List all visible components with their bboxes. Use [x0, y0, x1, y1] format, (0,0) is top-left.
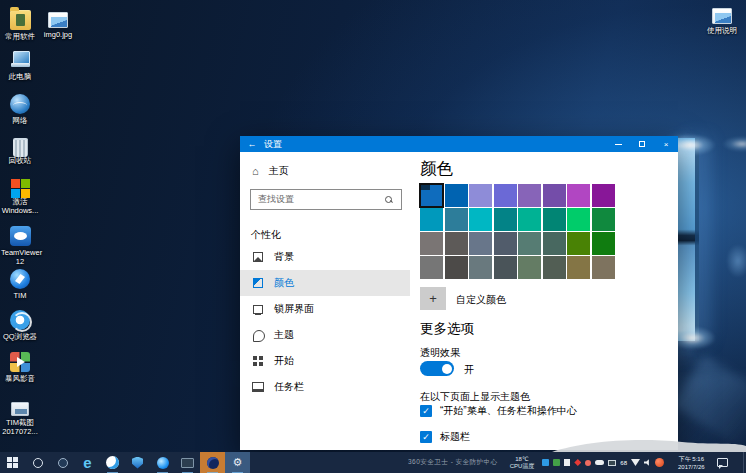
checkbox-icon: ✓ [420, 431, 432, 443]
desktop-icon-recycle-bin[interactable]: 回收站 [1, 138, 39, 166]
color-swatch[interactable] [592, 256, 615, 279]
tray-dot-icon[interactable] [585, 460, 591, 466]
color-swatch[interactable] [420, 232, 443, 255]
color-swatch[interactable] [543, 208, 566, 231]
desktop-icon-baofeng-player[interactable]: 暴风影音 [1, 352, 39, 384]
color-swatch[interactable] [469, 256, 492, 279]
color-swatch[interactable] [592, 208, 615, 231]
checkbox-titlebar[interactable]: ✓ 标题栏 [420, 430, 470, 444]
taskbar-clock[interactable]: 下午 5:162017/7/26 [678, 455, 705, 471]
tray-icons: 68 [542, 458, 664, 467]
color-swatch[interactable] [567, 256, 590, 279]
desktop-icon-activate-windows[interactable]: 激活 Windows... [1, 179, 39, 215]
custom-color-button[interactable]: + [420, 287, 446, 310]
tray-red-icon[interactable] [655, 458, 664, 467]
desktop-icon-label: TIM截图 2017072... [1, 419, 39, 436]
qq-browser-icon [10, 310, 30, 330]
color-swatch[interactable] [592, 184, 615, 207]
color-swatch[interactable] [567, 208, 590, 231]
color-swatch[interactable] [445, 256, 468, 279]
color-swatch[interactable] [494, 232, 517, 255]
desktop-icon-network[interactable]: 网络 [1, 94, 39, 126]
tray-sqg-icon[interactable] [553, 459, 560, 466]
sidebar-item-start[interactable]: 开始 [240, 348, 410, 374]
desktop-icon-manual[interactable]: 使用说明 [700, 6, 744, 36]
color-swatch[interactable] [567, 232, 590, 255]
color-swatch[interactable] [469, 184, 492, 207]
color-swatch[interactable] [420, 256, 443, 279]
color-swatch[interactable] [543, 232, 566, 255]
wallpaper-window-pane [676, 138, 699, 341]
color-swatch[interactable] [469, 232, 492, 255]
taskbar-app-text: 360安全卫士 - 安全防护中心 [408, 458, 498, 467]
desktop-icon-software-folder[interactable]: 常用软件 [1, 10, 39, 42]
color-swatch[interactable] [518, 208, 541, 231]
desktop-icon-teamviewer[interactable]: TeamViewer 12 [1, 226, 39, 266]
desktop-icon-img0-jpg[interactable]: img0.jpg [39, 10, 77, 40]
window-title: 设置 [264, 138, 282, 151]
file-explorer-icon[interactable] [175, 452, 200, 473]
baofeng-icon[interactable] [200, 452, 225, 473]
color-swatch[interactable] [445, 208, 468, 231]
color-swatch[interactable] [494, 184, 517, 207]
back-button[interactable]: ← [240, 139, 264, 149]
tray-wifi-icon[interactable] [631, 459, 640, 466]
start-button[interactable] [0, 452, 25, 473]
desktop-icon-tim-screenshot[interactable]: TIM截图 2017072... [1, 399, 39, 436]
themes-icon [252, 329, 264, 341]
color-swatch[interactable] [567, 184, 590, 207]
sidebar-home[interactable]: ⌂ 主页 [252, 164, 289, 178]
sidebar-item-colors[interactable]: 颜色 [240, 270, 410, 296]
desktop-icon-label: 使用说明 [700, 27, 744, 36]
task-view-button[interactable] [50, 452, 75, 473]
settings-search-box[interactable]: 查找设置 [250, 189, 402, 210]
tray-pin-icon[interactable] [574, 459, 581, 466]
360-shield-icon[interactable] [125, 452, 150, 473]
color-swatch[interactable] [543, 184, 566, 207]
settings-icon[interactable]: ⚙ [225, 452, 250, 473]
tim-icon[interactable] [150, 452, 175, 473]
color-swatch[interactable] [494, 256, 517, 279]
qq-browser-icon[interactable] [100, 452, 125, 473]
sidebar-item-background[interactable]: 背景 [240, 244, 410, 270]
checkbox-start-taskbar[interactable]: ✓ “开始”菜单、任务栏和操作中心 [420, 404, 577, 418]
wallpaper-glint [726, 244, 746, 278]
sidebar-item-label: 任务栏 [274, 380, 304, 394]
tray-spk-icon[interactable] [644, 459, 651, 466]
desktop-icon-qq-browser[interactable]: QQ浏览器 [1, 310, 39, 342]
color-swatch[interactable] [592, 232, 615, 255]
tray-mon-icon[interactable] [608, 460, 616, 466]
color-swatch[interactable] [469, 208, 492, 231]
color-swatch[interactable] [518, 232, 541, 255]
edge-icon[interactable]: e [75, 452, 100, 473]
sidebar-item-lockscreen[interactable]: 锁屏界面 [240, 296, 410, 322]
desktop-icon-this-pc[interactable]: 此电脑 [1, 50, 39, 82]
cortana-button[interactable] [25, 452, 50, 473]
360-shield-icon-glyph [132, 457, 143, 469]
sidebar-item-themes[interactable]: 主题 [240, 322, 410, 348]
transparency-toggle[interactable] [420, 361, 454, 376]
color-swatch[interactable] [543, 256, 566, 279]
tray-sqb-icon[interactable] [542, 459, 549, 466]
color-swatch[interactable] [445, 184, 468, 207]
color-swatch[interactable] [420, 184, 443, 207]
color-swatch[interactable] [420, 208, 443, 231]
tray-t68-icon[interactable]: 68 [620, 460, 627, 466]
settings-sidebar: ⌂ 主页 查找设置 个性化 背景颜色锁屏界面主题开始任务栏 [240, 152, 410, 450]
desktop-icon-label: 回收站 [1, 157, 39, 166]
color-swatch[interactable] [445, 232, 468, 255]
color-swatch[interactable] [518, 184, 541, 207]
action-center-icon[interactable] [717, 458, 728, 467]
tray-page-icon[interactable] [564, 459, 570, 466]
color-swatch[interactable] [518, 256, 541, 279]
tim-icon-glyph [157, 457, 169, 469]
sidebar-item-taskbar[interactable]: 任务栏 [240, 374, 410, 400]
desktop-icon-tim[interactable]: TIM [1, 269, 39, 301]
qq-browser-icon-glyph [106, 456, 119, 469]
network-icon [10, 94, 30, 114]
settings-icon-glyph: ⚙ [233, 457, 243, 468]
colors-icon [252, 277, 264, 289]
color-swatch[interactable] [494, 208, 517, 231]
tray-cloud-icon[interactable] [595, 460, 604, 465]
manual-icon [712, 8, 732, 24]
